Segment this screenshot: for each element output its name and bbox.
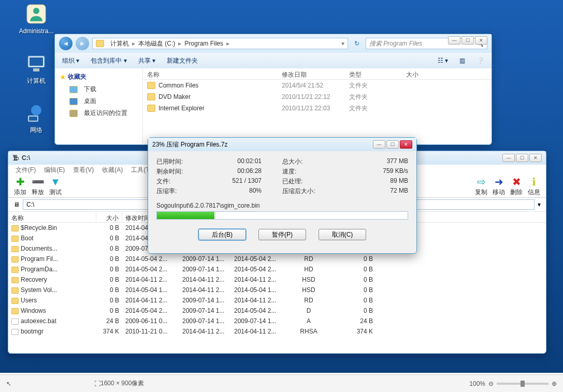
- dialog-title: 23% 压缩 Program Files.7z: [152, 140, 373, 149]
- close-button[interactable]: ✕: [529, 154, 542, 162]
- col-name[interactable]: 名称: [8, 212, 96, 222]
- desktop-computer-icon[interactable]: 计算机: [18, 52, 54, 85]
- include-menu[interactable]: 包含到库中 ▾: [91, 56, 126, 65]
- zoom-in[interactable]: ⊕: [552, 380, 557, 387]
- menu-file[interactable]: 文件(F): [11, 165, 40, 175]
- svg-rect-3: [30, 57, 43, 66]
- test-button[interactable]: ▼测试: [47, 176, 64, 197]
- explorer-window: — ☐ ✕ ◄ ► 计算机▸ 本地磁盘 (C:)▸ Program Files▸…: [54, 34, 492, 145]
- col-size[interactable]: 大小: [402, 68, 438, 79]
- col-name[interactable]: 名称: [143, 68, 278, 79]
- close-button[interactable]: ✕: [400, 140, 412, 149]
- list-item[interactable]: DVD Maker2010/11/21 22:12文件夹: [143, 91, 492, 103]
- explorer-toolbar: 组织 ▾ 包含到库中 ▾ 共享 ▾ 新建文件夹 ☷ ▾ ▥ ❔: [55, 53, 492, 68]
- minimize-button[interactable]: —: [448, 36, 460, 45]
- dimensions-icon: ⛶: [94, 380, 100, 387]
- list-item[interactable]: autoexec.bat24 B2009-06-11 0...2009-07-1…: [8, 316, 546, 326]
- folder-icon: [96, 40, 104, 47]
- maximize-button[interactable]: ☐: [386, 140, 399, 149]
- sevenzip-icon: 🗜: [12, 154, 19, 162]
- computer-icon[interactable]: 🖥: [13, 201, 20, 208]
- list-item[interactable]: Program Fil...0 B2014-05-04 2...2009-07-…: [8, 254, 546, 264]
- explorer-nav: ◄ ► 计算机▸ 本地磁盘 (C:)▸ Program Files▸ ▾ ↻ 搜…: [55, 34, 492, 53]
- view-menu[interactable]: ☷ ▾: [438, 57, 448, 64]
- share-menu[interactable]: 共享 ▾: [138, 56, 155, 65]
- info-button[interactable]: ℹ信息: [525, 176, 543, 197]
- new-folder-button[interactable]: 新建文件夹: [167, 56, 198, 65]
- pointer-icon: ↖: [6, 380, 11, 387]
- svg-rect-4: [33, 68, 39, 71]
- back-button[interactable]: ◄: [59, 37, 73, 50]
- menu-edit[interactable]: 编辑(E): [40, 165, 69, 175]
- list-item[interactable]: Windows0 B2014-05-04 2...2009-07-14 1...…: [8, 306, 546, 316]
- svg-point-1: [33, 8, 39, 14]
- explorer-window-controls: — ☐ ✕: [448, 36, 487, 45]
- sidebar-desktop[interactable]: 桌面: [60, 95, 137, 107]
- maximize-button[interactable]: ☐: [516, 154, 528, 162]
- sidebar-downloads[interactable]: 下载: [60, 83, 137, 95]
- progress-bar: [156, 211, 408, 220]
- col-date[interactable]: 修改日期: [278, 68, 345, 79]
- svg-point-5: [31, 105, 41, 115]
- zoom-out[interactable]: ⊖: [488, 380, 494, 387]
- list-item[interactable]: System Vol...0 B2014-05-04 1...2014-04-1…: [8, 285, 546, 295]
- maximize-button[interactable]: ☐: [461, 36, 474, 45]
- col-type[interactable]: 类型: [345, 68, 402, 79]
- breadcrumb[interactable]: 计算机▸ 本地磁盘 (C:)▸ Program Files▸ ▾: [92, 38, 348, 49]
- preview-pane-button[interactable]: ▥: [459, 57, 465, 64]
- minimize-button[interactable]: —: [373, 140, 385, 149]
- menu-fav[interactable]: 收藏(A): [98, 165, 127, 175]
- help-button[interactable]: ❔: [477, 57, 484, 64]
- list-item[interactable]: Internet Explorer2010/11/21 22:03文件夹: [143, 103, 492, 114]
- move-button[interactable]: ➜移动: [490, 176, 508, 197]
- svg-rect-7: [29, 117, 37, 121]
- resolution-text: 1600 × 900像素: [100, 379, 144, 388]
- forward-button[interactable]: ►: [76, 37, 89, 50]
- desktop-admin-icon[interactable]: Administra...: [18, 3, 54, 35]
- current-file: SogouInput\6.2.0.7817\sgim_core.bin: [156, 202, 408, 209]
- list-item[interactable]: Users0 B2014-04-11 2...2009-07-14 1...20…: [8, 295, 546, 306]
- col-size[interactable]: 大小: [96, 212, 122, 222]
- desktop: Administra... 计算机 网络 — ☐ ✕ ◄ ► 计算机▸ 本地磁盘…: [0, 0, 563, 373]
- favorites-header[interactable]: ★收藏夹: [60, 72, 137, 81]
- pause-button[interactable]: 暂停(P): [258, 229, 306, 240]
- explorer-sidebar: ★收藏夹 下载 桌面 最近访问的位置: [55, 68, 143, 145]
- extract-button[interactable]: ➖释放: [29, 176, 47, 197]
- delete-button[interactable]: ✖删除: [508, 176, 525, 197]
- list-item[interactable]: ProgramDa...0 B2014-05-04 2...2009-07-14…: [8, 264, 546, 274]
- compress-progress-dialog: 23% 压缩 Program Files.7z — ☐ ✕ 已用时间:00:02…: [148, 137, 417, 254]
- explorer-file-list: 名称 修改日期 类型 大小 Common Files2014/5/4 21:52…: [143, 68, 492, 145]
- progress-stats: 已用时间:00:02:01 剩余时间:00:06:28 文件:521 / 130…: [156, 156, 408, 197]
- zoom-slider[interactable]: [497, 383, 548, 385]
- cancel-button[interactable]: 取消(C): [319, 229, 366, 240]
- list-item[interactable]: bootmgr374 K2010-11-21 0...2014-04-11 2.…: [8, 326, 546, 337]
- copy-button[interactable]: ⇨复制: [472, 176, 490, 197]
- sidebar-recent[interactable]: 最近访问的位置: [60, 107, 137, 119]
- minimize-button[interactable]: —: [502, 154, 515, 162]
- close-button[interactable]: ✕: [475, 36, 487, 45]
- list-item[interactable]: Common Files2014/5/4 21:52文件夹: [143, 80, 492, 91]
- viewer-statusbar: ↖ ⛶ 1600 × 900像素 100% ⊖ ⊕: [0, 374, 563, 392]
- zoom-text: 100%: [469, 380, 485, 387]
- add-button[interactable]: ✚添加: [11, 176, 29, 197]
- refresh-button[interactable]: ↻: [351, 40, 363, 47]
- background-button[interactable]: 后台(B): [198, 229, 246, 240]
- organize-menu[interactable]: 组织 ▾: [62, 56, 79, 65]
- menu-view[interactable]: 查看(V): [69, 165, 98, 175]
- desktop-network-icon[interactable]: 网络: [18, 101, 54, 135]
- list-item[interactable]: Recovery0 B2014-04-11 2...2014-04-11 2..…: [8, 274, 546, 285]
